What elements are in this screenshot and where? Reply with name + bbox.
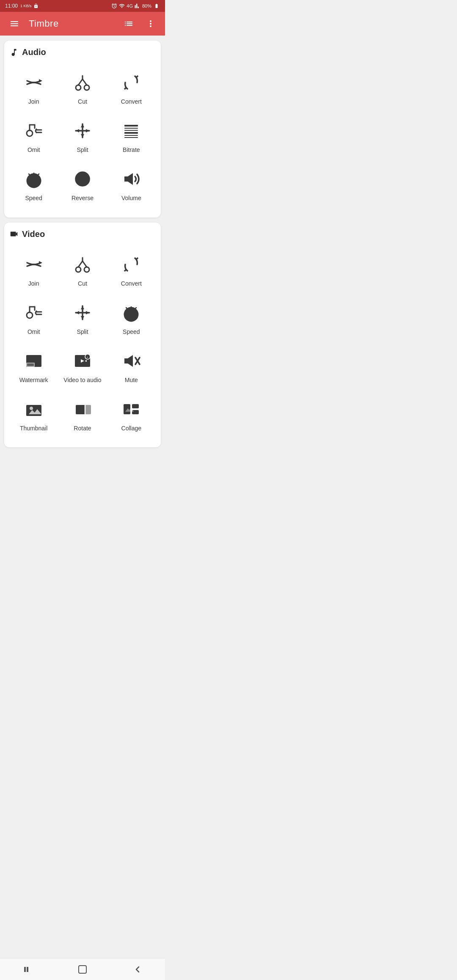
svg-line-3 (78, 79, 83, 85)
svg-marker-71 (83, 402, 87, 403)
video-card: Video Join (4, 223, 161, 448)
speed-icon (22, 167, 46, 191)
svg-marker-72 (83, 415, 87, 417)
audio-bitrate-button[interactable]: Bitrate (107, 114, 156, 159)
video-mute-label: Mute (125, 376, 138, 384)
audio-bitrate-label: Bitrate (123, 146, 140, 154)
audio-cut-label: Cut (78, 98, 87, 105)
svg-point-2 (84, 85, 89, 90)
audio-join-button[interactable]: Join (9, 66, 58, 110)
svg-marker-14 (81, 124, 84, 127)
video-omit-label: Omit (28, 328, 40, 336)
svg-marker-32 (124, 173, 133, 185)
audio-speed-button[interactable]: Speed (9, 162, 58, 207)
video-convert-icon (119, 253, 143, 276)
svg-point-6 (27, 130, 33, 136)
svg-rect-74 (132, 404, 139, 408)
svg-point-67 (30, 407, 33, 410)
app-bar: Timbre (0, 12, 165, 36)
split-icon (71, 119, 94, 143)
main-content: Audio Join (0, 36, 165, 474)
video-join-button[interactable]: Join (9, 248, 58, 292)
status-time: 11:00 (5, 3, 18, 9)
audio-card: Audio Join (4, 41, 161, 217)
video-collage-button[interactable]: Collage (107, 392, 156, 437)
audio-tools-grid: Join Cut (9, 66, 156, 207)
svg-point-34 (76, 267, 81, 272)
video-thumbnail-label: Thumbnail (20, 424, 47, 432)
svg-rect-73 (124, 404, 130, 414)
bitrate-icon (119, 119, 143, 143)
svg-rect-21 (124, 132, 138, 134)
video-join-icon (22, 253, 46, 276)
svg-marker-50 (86, 311, 89, 314)
audio-speed-label: Speed (25, 194, 42, 202)
svg-marker-63 (124, 355, 133, 367)
video-omit-button[interactable]: Omit (9, 296, 58, 341)
omit-icon (22, 119, 46, 143)
svg-rect-22 (124, 135, 138, 136)
svg-line-31 (82, 177, 83, 179)
video-omit-icon (22, 301, 46, 325)
audio-cut-button[interactable]: Cut (58, 66, 107, 110)
svg-text:♪: ♪ (86, 355, 88, 359)
svg-rect-19 (124, 128, 138, 129)
video-split-button[interactable]: Split (58, 296, 107, 341)
audio-reverse-label: Reverse (72, 194, 94, 202)
video-convert-label: Convert (121, 280, 142, 287)
video-speed-icon (119, 301, 143, 325)
svg-marker-48 (81, 316, 84, 319)
convert-icon (119, 71, 143, 94)
svg-rect-66 (26, 405, 41, 416)
video-thumbnail-icon (22, 397, 46, 421)
svg-point-39 (27, 312, 33, 318)
video-to-audio-label: Video to audio (63, 376, 101, 384)
video-speed-label: Speed (123, 328, 140, 336)
video-thumbnail-button[interactable]: Thumbnail (9, 392, 58, 437)
menu-button[interactable] (7, 16, 22, 31)
video-split-icon (71, 301, 94, 325)
app-bar-actions (121, 16, 158, 31)
wifi-icon (119, 3, 125, 9)
svg-rect-23 (124, 137, 138, 138)
audio-reverse-button[interactable]: Reverse (58, 162, 107, 207)
audio-split-label: Split (77, 146, 88, 154)
video-cut-label: Cut (78, 280, 87, 287)
video-rotate-icon (71, 397, 94, 421)
svg-rect-18 (124, 125, 138, 127)
video-speed-button[interactable]: Speed (107, 296, 156, 341)
video-rotate-button[interactable]: Rotate (58, 392, 107, 437)
svg-marker-33 (39, 261, 42, 264)
svg-rect-69 (82, 405, 91, 414)
overflow-menu-button[interactable] (143, 16, 158, 31)
video-collage-icon (119, 397, 143, 421)
audio-section-title: Audio (9, 47, 156, 57)
volume-icon (119, 167, 143, 191)
video-camera-icon (9, 229, 19, 239)
battery-percent: 80% (142, 3, 151, 8)
audio-volume-label: Volume (121, 194, 141, 202)
svg-marker-0 (39, 79, 42, 83)
audio-omit-button[interactable]: Omit (9, 114, 58, 159)
video-collage-label: Collage (121, 424, 141, 432)
video-mute-icon (119, 349, 143, 373)
video-watermark-button[interactable]: Watermark (9, 344, 58, 389)
status-bar: 11:00 1 KB/s 4G 80% (0, 0, 165, 12)
video-to-audio-button[interactable]: ♪ Video to audio (58, 344, 107, 389)
status-left: 11:00 1 KB/s (5, 3, 39, 9)
list-view-button[interactable] (121, 16, 136, 31)
video-convert-button[interactable]: Convert (107, 248, 156, 292)
svg-marker-15 (81, 134, 84, 138)
audio-join-label: Join (28, 98, 39, 105)
video-cut-button[interactable]: Cut (58, 248, 107, 292)
cut-icon (71, 71, 94, 94)
video-mute-button[interactable]: Mute (107, 344, 156, 389)
video-watermark-label: Watermark (19, 376, 48, 384)
status-data-speed: 1 KB/s (20, 4, 32, 8)
lock-icon (33, 3, 39, 8)
audio-volume-button[interactable]: Volume (107, 162, 156, 207)
video-to-audio-icon: ♪ (71, 349, 94, 373)
audio-convert-button[interactable]: Convert (107, 66, 156, 110)
video-tools-grid: Join Cut (9, 248, 156, 438)
audio-split-button[interactable]: Split (58, 114, 107, 159)
